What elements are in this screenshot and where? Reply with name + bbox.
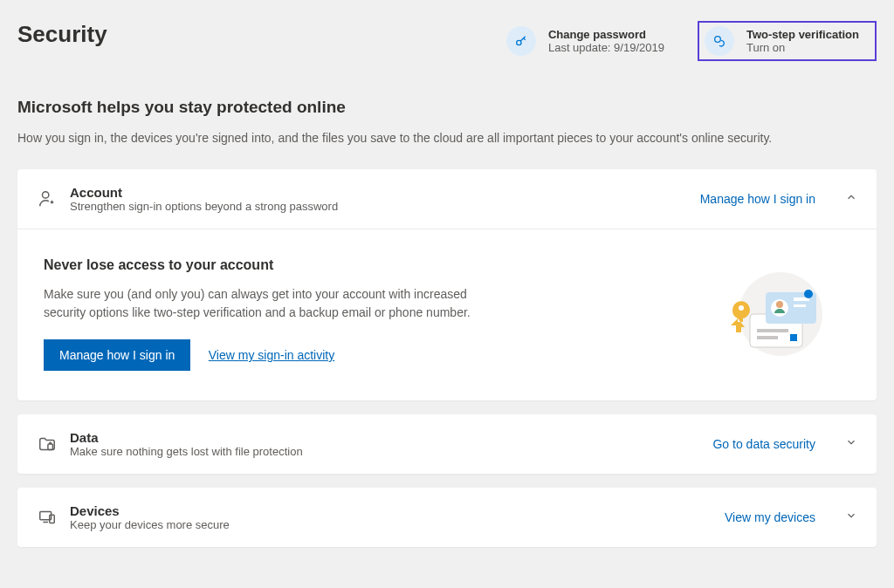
- data-card: Data Make sure nothing gets lost with fi…: [17, 414, 877, 474]
- svg-rect-17: [50, 515, 55, 523]
- account-title: Account: [70, 185, 688, 200]
- account-icon: [37, 188, 58, 209]
- svg-point-10: [776, 301, 783, 308]
- intro-title: Microsoft helps you stay protected onlin…: [17, 98, 877, 117]
- view-devices-link[interactable]: View my devices: [725, 510, 815, 524]
- account-body-title: Never lose access to your account: [44, 257, 658, 273]
- chevron-down-icon[interactable]: [845, 509, 857, 525]
- chevron-down-icon[interactable]: [845, 436, 857, 452]
- change-password-subtitle: Last update: 9/19/2019: [548, 41, 664, 54]
- data-desc: Make sure nothing gets lost with file pr…: [70, 445, 700, 458]
- devices-card-header[interactable]: Devices Keep your devices more secure Vi…: [17, 488, 877, 547]
- devices-icon: [37, 507, 58, 528]
- page-title: Security: [17, 21, 499, 48]
- devices-title: Devices: [70, 503, 712, 518]
- two-step-title: Two-step verification: [746, 28, 859, 41]
- two-step-verification-action[interactable]: Two-step verification Turn on: [698, 21, 877, 61]
- key-icon: [506, 26, 536, 56]
- account-desc: Strengthen sign-in options beyond a stro…: [70, 200, 688, 213]
- two-step-subtitle: Turn on: [746, 41, 859, 54]
- devices-desc: Keep your devices more secure: [70, 518, 712, 531]
- chevron-up-icon[interactable]: [845, 191, 857, 207]
- svg-point-2: [43, 192, 49, 198]
- account-body-desc: Make sure you (and only you) can always …: [44, 285, 498, 322]
- svg-rect-5: [757, 329, 788, 332]
- data-security-link[interactable]: Go to data security: [712, 437, 815, 451]
- change-password-title: Change password: [548, 28, 664, 41]
- account-card: Account Strengthen sign-in options beyon…: [17, 169, 877, 400]
- two-step-icon: [705, 26, 734, 56]
- data-title: Data: [70, 430, 700, 445]
- svg-rect-6: [757, 336, 778, 339]
- svg-point-13: [804, 290, 813, 298]
- intro-desc: How you sign in, the devices you're sign…: [17, 131, 877, 145]
- svg-point-1: [715, 37, 721, 43]
- account-card-header[interactable]: Account Strengthen sign-in options beyon…: [17, 169, 877, 229]
- manage-signin-link[interactable]: Manage how I sign in: [700, 192, 815, 206]
- devices-card: Devices Keep your devices more secure Vi…: [17, 488, 877, 547]
- change-password-action[interactable]: Change password Last update: 9/19/2019: [499, 21, 671, 61]
- data-icon: [37, 434, 58, 455]
- account-illustration: [693, 257, 850, 371]
- svg-rect-12: [794, 304, 806, 307]
- svg-point-14: [739, 305, 744, 311]
- view-signin-activity-link[interactable]: View my sign-in activity: [209, 348, 334, 362]
- data-card-header[interactable]: Data Make sure nothing gets lost with fi…: [17, 414, 877, 474]
- svg-rect-15: [48, 444, 52, 449]
- manage-signin-button[interactable]: Manage how I sign in: [44, 339, 190, 371]
- svg-rect-7: [790, 334, 797, 341]
